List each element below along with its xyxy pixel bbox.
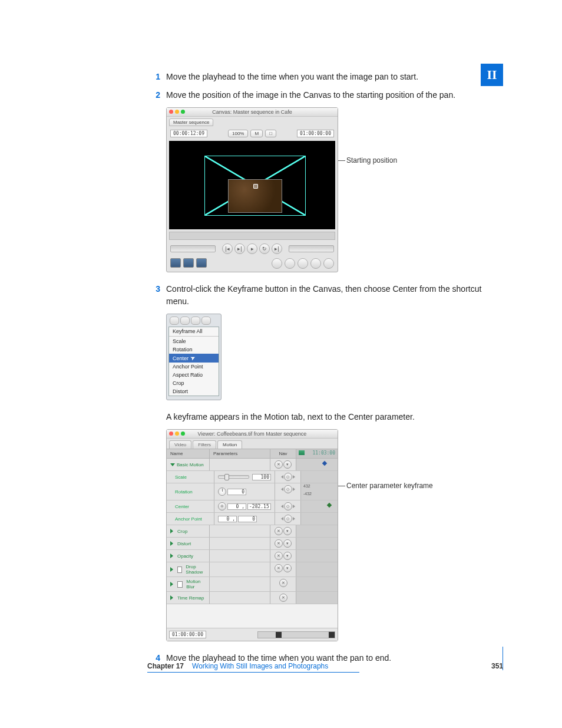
mark-in-button[interactable]	[272, 258, 282, 269]
row-distort[interactable]: Distort ✕▾	[167, 538, 338, 550]
keyframe-icon[interactable]	[170, 317, 179, 325]
keyframe-icon[interactable]	[322, 461, 327, 466]
menu-item-distort[interactable]: Distort	[169, 387, 219, 396]
center-y-value[interactable]: -282.15	[247, 503, 271, 510]
mark-split-button[interactable]	[310, 258, 321, 269]
mark-out-button[interactable]	[285, 258, 295, 269]
close-icon[interactable]	[169, 110, 173, 114]
timecode-left[interactable]: 00:00:12:09	[170, 130, 207, 137]
add-keyframe-button[interactable]: ◇	[284, 473, 292, 481]
disclosure-triangle-icon[interactable]	[170, 541, 176, 546]
play-in-to-out-button[interactable]: ▸|	[234, 243, 245, 254]
next-keyframe-icon[interactable]	[293, 505, 295, 508]
keyframe-icon[interactable]	[191, 317, 200, 325]
row-crop[interactable]: Crop ✕▾	[167, 525, 338, 538]
tab-video[interactable]: Video	[169, 440, 191, 449]
add-keyframe-button[interactable]: ◇	[284, 515, 292, 523]
play-around-button[interactable]: ↻	[259, 243, 270, 254]
viewer-timecode[interactable]: 01:00:00:00	[169, 631, 206, 638]
motion-blur-checkbox[interactable]	[177, 581, 183, 588]
reset-button[interactable]: ✕	[275, 552, 283, 560]
prev-keyframe-icon[interactable]	[281, 505, 283, 508]
next-keyframe-icon[interactable]	[293, 517, 295, 521]
add-keyframe-button[interactable]: ◇	[284, 502, 292, 510]
next-keyframe-icon[interactable]	[293, 487, 295, 491]
keyframe-nav-button[interactable]: ▾	[283, 539, 292, 548]
reset-button[interactable]: ✕	[279, 579, 287, 587]
menu-item-keyframe-all[interactable]: Keyframe All	[169, 327, 219, 335]
keyframe-nav-button[interactable]: ▾	[283, 552, 292, 560]
overlay-popup[interactable]: □	[265, 130, 276, 137]
zoom-icon[interactable]	[181, 110, 185, 114]
add-marker-button[interactable]	[183, 258, 194, 268]
reset-button[interactable]: ✕	[275, 527, 283, 535]
shuttle-control[interactable]	[170, 245, 216, 252]
zoom-icon[interactable]	[181, 431, 185, 436]
row-basic-motion[interactable]: Basic Motion ✕▾	[167, 459, 338, 471]
disclosure-triangle-icon[interactable]	[170, 529, 176, 533]
drop-shadow-checkbox[interactable]	[177, 566, 182, 573]
prev-keyframe-icon[interactable]	[281, 517, 283, 521]
prev-keyframe-icon[interactable]	[281, 475, 283, 479]
keyframe-icon[interactable]	[201, 317, 211, 325]
add-keyframe-button[interactable]	[196, 258, 207, 268]
minimize-icon[interactable]	[175, 431, 179, 436]
horizontal-scrollbar[interactable]	[257, 631, 335, 638]
disclosure-triangle-icon[interactable]	[170, 595, 176, 600]
next-keyframe-icon[interactable]	[293, 475, 295, 479]
tab-motion[interactable]: Motion	[217, 440, 242, 449]
mark-clip-button[interactable]	[170, 258, 181, 268]
menu-item-crop[interactable]: Crop	[169, 379, 219, 387]
row-drop-shadow[interactable]: Drop Shadow ✕▾	[167, 562, 338, 577]
scrubber-bar[interactable]	[169, 232, 335, 240]
row-time-remap[interactable]: Time Remap ✕	[167, 592, 338, 604]
recent-clips-button[interactable]	[323, 258, 334, 269]
add-keyframe-button[interactable]: ◇	[284, 485, 292, 493]
rotation-dial[interactable]	[218, 487, 226, 496]
prev-edit-button[interactable]: |◂	[222, 243, 233, 254]
keyframe-nav-button[interactable]: ▾	[283, 460, 292, 469]
minimize-icon[interactable]	[175, 110, 179, 114]
reset-button[interactable]: ✕	[275, 460, 283, 469]
tab-filters[interactable]: Filters	[193, 440, 216, 449]
center-keyframe-icon[interactable]	[327, 503, 332, 508]
keyframe-nav-button[interactable]: ▾	[283, 564, 292, 572]
center-x-value[interactable]: 0 ,	[227, 503, 246, 510]
disclosure-triangle-icon[interactable]	[170, 582, 176, 587]
zoom-popup[interactable]: 100%	[228, 130, 248, 137]
center-crosshair-button[interactable]: ✛	[218, 502, 226, 510]
scale-value[interactable]: 100	[252, 474, 271, 480]
playhead-icon[interactable]	[299, 450, 305, 455]
window-traffic-lights[interactable]	[169, 110, 185, 114]
prev-keyframe-icon[interactable]	[281, 487, 283, 491]
row-opacity[interactable]: Opacity ✕▾	[167, 550, 338, 562]
close-icon[interactable]	[169, 431, 173, 436]
disclosure-triangle-icon[interactable]	[170, 554, 176, 558]
next-edit-button[interactable]: ▸|	[272, 243, 282, 254]
menu-item-anchor-point[interactable]: Anchor Point	[169, 363, 219, 371]
keyframe-nav-button[interactable]: ▾	[283, 527, 292, 535]
keyframe-icon[interactable]	[180, 317, 190, 325]
menu-item-scale[interactable]: Scale	[169, 337, 219, 345]
reset-button[interactable]: ✕	[279, 594, 287, 602]
center-handle-icon[interactable]	[253, 184, 258, 189]
disclosure-triangle-icon[interactable]	[170, 463, 175, 466]
view-popup[interactable]: M	[250, 130, 263, 137]
menu-item-rotation[interactable]: Rotation	[169, 345, 219, 354]
anchor-x-value[interactable]: 0 ,	[218, 516, 237, 522]
menu-item-center[interactable]: Center➤	[169, 354, 219, 363]
menu-item-aspect-ratio[interactable]: Aspect Ratio	[169, 371, 219, 379]
row-motion-blur[interactable]: Motion Blur ✕	[167, 577, 338, 592]
sequence-tab[interactable]: Master sequence	[169, 118, 213, 126]
jog-control[interactable]	[289, 245, 334, 252]
reset-button[interactable]: ✕	[275, 564, 283, 572]
disclosure-triangle-icon[interactable]	[170, 567, 176, 572]
scale-slider[interactable]	[218, 475, 249, 479]
play-button[interactable]: ▸	[247, 243, 257, 254]
reset-button[interactable]: ✕	[275, 539, 283, 548]
show-match-button[interactable]	[297, 258, 308, 269]
window-traffic-lights[interactable]	[169, 431, 185, 436]
rotation-value[interactable]: 0	[227, 489, 246, 495]
anchor-y-value[interactable]: 0	[238, 516, 257, 522]
canvas-viewport[interactable]	[169, 141, 335, 229]
